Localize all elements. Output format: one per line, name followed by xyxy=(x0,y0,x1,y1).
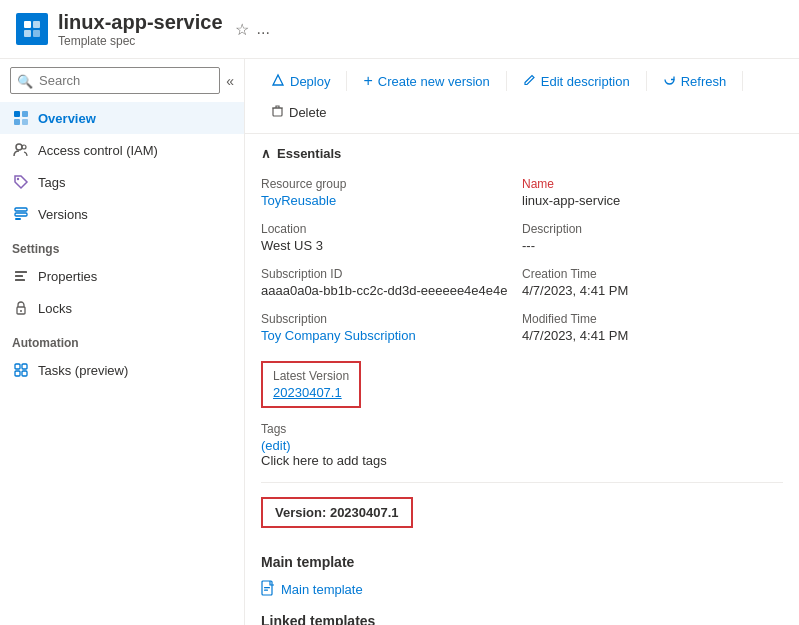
sidebar-item-properties[interactable]: Properties xyxy=(0,260,244,292)
settings-section-label: Settings xyxy=(0,230,244,260)
delete-icon xyxy=(271,104,284,120)
sidebar-item-locks[interactable]: Locks xyxy=(0,292,244,324)
latest-version-label: Latest Version xyxy=(273,369,349,383)
location-label: Location xyxy=(261,222,522,236)
search-icon: 🔍 xyxy=(17,73,33,88)
svg-rect-1 xyxy=(33,21,40,28)
location-item: Location West US 3 xyxy=(261,218,522,263)
linked-templates-section: Linked templates Relative path No linked… xyxy=(261,613,783,625)
version-section: Version: 20230407.1 Main template xyxy=(261,487,783,625)
sidebar-item-tasks-label: Tasks (preview) xyxy=(38,363,128,378)
essentials-col-left: Resource group ToyReusable Location West… xyxy=(261,173,522,418)
main-template-heading: Main template xyxy=(261,554,783,570)
tags-item: Tags (edit) Click here to add tags xyxy=(261,418,783,478)
version-banner: Version: 20230407.1 xyxy=(261,497,413,528)
name-label: Name xyxy=(522,177,783,191)
version-banner-text: Version: 20230407.1 xyxy=(275,505,399,520)
svg-point-8 xyxy=(16,144,22,150)
latest-version-value[interactable]: 20230407.1 xyxy=(273,385,349,400)
subscription-id-value: aaaa0a0a-bb1b-cc2c-dd3d-eeeeee4e4e4e xyxy=(261,283,522,298)
tags-icon xyxy=(12,173,30,191)
toolbar-divider-3 xyxy=(646,71,647,91)
modified-time-value: 4/7/2023, 4:41 PM xyxy=(522,328,783,343)
content-area: Deploy + Create new version Edit descrip… xyxy=(245,59,799,625)
toolbar: Deploy + Create new version Edit descrip… xyxy=(245,59,799,134)
sidebar-item-versions-label: Versions xyxy=(38,207,88,222)
tags-add-link[interactable]: Click here to add tags xyxy=(261,453,783,468)
deploy-icon xyxy=(271,73,285,90)
sidebar-item-access-control-label: Access control (IAM) xyxy=(38,143,158,158)
resource-group-label: Resource group xyxy=(261,177,522,191)
sidebar-item-overview-label: Overview xyxy=(38,111,96,126)
subscription-value[interactable]: Toy Company Subscription xyxy=(261,328,416,343)
search-input[interactable] xyxy=(10,67,220,94)
main-template-link[interactable]: Main template xyxy=(281,582,363,597)
resource-group-item: Resource group ToyReusable xyxy=(261,173,522,218)
svg-rect-26 xyxy=(264,590,268,591)
svg-rect-14 xyxy=(15,271,27,273)
section-divider xyxy=(261,482,783,483)
sidebar-item-versions[interactable]: Versions xyxy=(0,198,244,230)
tags-label: Tags xyxy=(261,422,783,436)
essentials-header[interactable]: ∧ Essentials xyxy=(261,146,783,161)
main-template-section: Main template Main template xyxy=(261,554,783,599)
svg-rect-21 xyxy=(15,371,20,376)
page-title: linux-app-service xyxy=(58,10,223,34)
versions-icon xyxy=(12,205,30,223)
subscription-label: Subscription xyxy=(261,312,522,326)
header-actions: ☆ ... xyxy=(235,20,270,39)
linked-templates-heading: Linked templates xyxy=(261,613,783,625)
create-version-button[interactable]: + Create new version xyxy=(353,67,499,95)
sidebar-item-tags[interactable]: Tags xyxy=(0,166,244,198)
sidebar-item-properties-label: Properties xyxy=(38,269,97,284)
edit-icon xyxy=(523,73,536,89)
subscription-item: Subscription Toy Company Subscription xyxy=(261,308,522,353)
svg-rect-4 xyxy=(14,111,20,117)
service-icon xyxy=(16,13,48,45)
resource-group-value[interactable]: ToyReusable xyxy=(261,193,336,208)
access-control-icon xyxy=(12,141,30,159)
deploy-button[interactable]: Deploy xyxy=(261,68,340,95)
edit-description-button[interactable]: Edit description xyxy=(513,68,640,94)
creation-time-label: Creation Time xyxy=(522,267,783,281)
page-header: linux-app-service Template spec ☆ ... xyxy=(0,0,799,59)
favorite-icon[interactable]: ☆ xyxy=(235,20,249,39)
svg-rect-2 xyxy=(24,30,31,37)
svg-rect-5 xyxy=(22,111,28,117)
properties-icon xyxy=(12,267,30,285)
collapse-sidebar-icon[interactable]: « xyxy=(226,73,234,89)
latest-version-box: Latest Version 20230407.1 xyxy=(261,361,361,408)
subscription-id-item: Subscription ID aaaa0a0a-bb1b-cc2c-dd3d-… xyxy=(261,263,522,308)
modified-time-item: Modified Time 4/7/2023, 4:41 PM xyxy=(522,308,783,353)
sidebar-item-access-control[interactable]: Access control (IAM) xyxy=(0,134,244,166)
essentials-heading: Essentials xyxy=(277,146,341,161)
sidebar: 🔍 « Overview xyxy=(0,59,245,625)
svg-rect-6 xyxy=(14,119,20,125)
description-item: Description --- xyxy=(522,218,783,263)
modified-time-label: Modified Time xyxy=(522,312,783,326)
svg-rect-25 xyxy=(264,587,270,588)
tags-edit-link[interactable]: (edit) xyxy=(261,438,291,453)
title-group: linux-app-service Template spec xyxy=(58,10,223,48)
delete-button[interactable]: Delete xyxy=(261,99,337,125)
template-file-icon xyxy=(261,580,275,599)
svg-rect-3 xyxy=(33,30,40,37)
description-label: Description xyxy=(522,222,783,236)
svg-point-10 xyxy=(17,178,19,180)
sidebar-item-tasks[interactable]: Tasks (preview) xyxy=(0,354,244,386)
toolbar-divider xyxy=(346,71,347,91)
svg-rect-22 xyxy=(22,371,27,376)
toolbar-divider-2 xyxy=(506,71,507,91)
sidebar-item-overview[interactable]: Overview xyxy=(0,102,244,134)
svg-rect-12 xyxy=(15,213,27,216)
sidebar-item-tags-label: Tags xyxy=(38,175,65,190)
svg-rect-13 xyxy=(15,218,21,220)
refresh-button[interactable]: Refresh xyxy=(653,68,737,94)
name-item: Name linux-app-service xyxy=(522,173,783,218)
subscription-id-label: Subscription ID xyxy=(261,267,522,281)
essentials-section: ∧ Essentials Resource group ToyReusable … xyxy=(245,134,799,625)
sidebar-nav: Overview Access control (IAM) xyxy=(0,98,244,625)
location-value: West US 3 xyxy=(261,238,522,253)
svg-rect-19 xyxy=(15,364,20,369)
more-options-icon[interactable]: ... xyxy=(257,20,270,38)
